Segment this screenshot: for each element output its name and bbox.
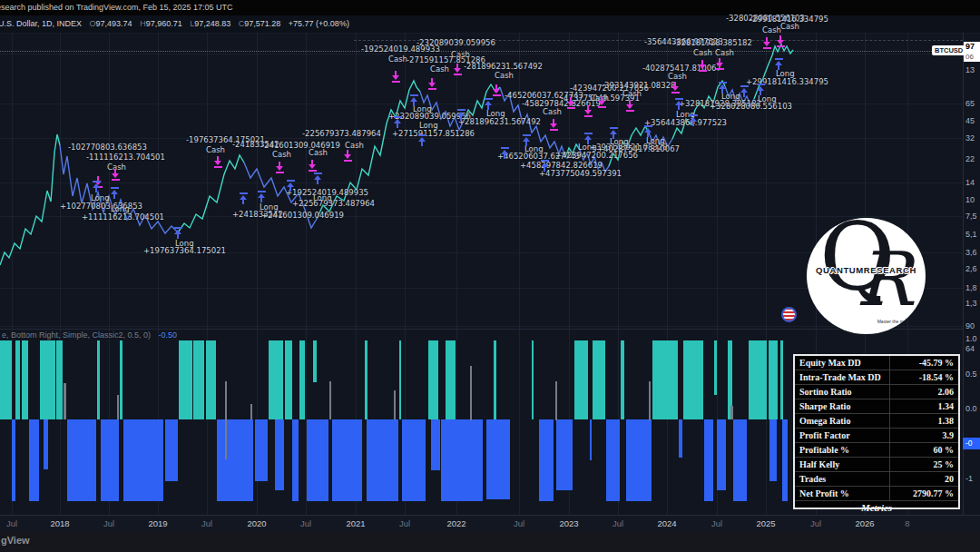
cash-position-bar bbox=[782, 419, 788, 501]
low-value: 97,248.83 bbox=[194, 19, 230, 28]
flag-badge-icon bbox=[781, 307, 797, 322]
cash-position-bar bbox=[255, 419, 268, 481]
cash-position-bar bbox=[292, 419, 299, 501]
cash-sell-arrow-icon bbox=[213, 156, 222, 168]
trade-value-label: +241601309.046919 bbox=[261, 212, 344, 220]
time-axis[interactable]: Jul2018Jul2019Jul2020Jul2021Jul2022Jul20… bbox=[0, 515, 980, 533]
long-position-bar bbox=[769, 340, 778, 419]
long-buy-arrow-icon bbox=[484, 98, 493, 110]
long-buy-arrow-icon bbox=[313, 172, 322, 184]
long-position-bar bbox=[97, 340, 100, 419]
metrics-row: Sharpe Ratio1.34 bbox=[795, 399, 958, 414]
time-axis-label: 2024 bbox=[657, 518, 676, 528]
long-buy-arrow-icon bbox=[689, 114, 698, 126]
trade-value-label: -111116213.704501 bbox=[86, 153, 165, 162]
time-axis-label: Jul bbox=[6, 518, 17, 528]
trade-value-label: +328028080.556103 bbox=[710, 103, 792, 111]
cash-sell-arrow-icon bbox=[492, 84, 501, 96]
cash-position-bar bbox=[769, 419, 777, 481]
time-axis-label: 2021 bbox=[346, 518, 365, 528]
cash-sell-arrow-icon bbox=[391, 71, 400, 83]
long-buy-arrow-icon bbox=[500, 147, 509, 159]
trade-value-label: +197637364.175021 bbox=[143, 247, 226, 255]
time-axis-label: 2022 bbox=[446, 518, 466, 528]
cash-position-bar bbox=[123, 419, 163, 501]
metrics-row: Half Kelly25 % bbox=[795, 458, 958, 472]
metrics-row: Equity Max DD-45.79 % bbox=[795, 356, 958, 370]
metrics-rows: Equity Max DD-45.79 %Intra-Trade Max DD-… bbox=[795, 356, 958, 501]
long-buy-arrow-icon bbox=[393, 116, 402, 128]
metric-label: Trades bbox=[795, 472, 890, 486]
price-axis-border bbox=[963, 33, 964, 532]
metric-value: 3.9 bbox=[890, 429, 958, 442]
cash-sell-arrow-icon bbox=[698, 60, 707, 72]
cash-sell-arrow-icon bbox=[308, 160, 317, 172]
publish-text: esearch published on TradingView.com, Fe… bbox=[0, 0, 233, 15]
long-buy-arrow-icon bbox=[92, 181, 101, 192]
high-value: 97,960.71 bbox=[146, 19, 182, 28]
close-value: 97,571.28 bbox=[244, 19, 280, 28]
metrics-row: Omega Ratio1.38 bbox=[795, 414, 958, 429]
metrics-row: Sortino Ratio2.06 bbox=[795, 385, 958, 399]
neutral-bar bbox=[329, 381, 331, 419]
cash-sell-arrow-icon bbox=[427, 78, 436, 90]
trade-value-label: +271591157.851286 bbox=[392, 130, 475, 138]
symbol-description: U.S. Dollar, 1D, INDEX bbox=[0, 19, 82, 28]
long-position-bar bbox=[574, 340, 588, 419]
time-axis-label: Jul bbox=[514, 518, 524, 528]
cash-signal-label: Cash bbox=[206, 146, 225, 154]
metric-label: Omega Ratio bbox=[795, 414, 890, 428]
indicator-header[interactable]: e, Bottom Right, Simple, Classic2, 0.5, … bbox=[2, 330, 177, 340]
time-axis-label: 2026 bbox=[855, 518, 874, 528]
trade-value-label: -328181928.385182 bbox=[673, 39, 752, 47]
long-buy-arrow-icon bbox=[740, 85, 749, 97]
long-position-bar bbox=[299, 340, 305, 419]
time-axis-label: 8 bbox=[905, 518, 909, 528]
metrics-row: Profitable %60 % bbox=[795, 443, 958, 458]
time-axis-label: 2019 bbox=[148, 518, 167, 528]
trade-value-label: -102770803.636853 bbox=[68, 143, 147, 152]
long-buy-arrow-icon bbox=[583, 133, 593, 144]
symbol-price-tag: BTCUSD bbox=[932, 45, 965, 55]
long-position-bar bbox=[313, 340, 317, 382]
long-position-bar bbox=[15, 340, 20, 419]
long-buy-arrow-icon bbox=[756, 84, 765, 95]
cash-position-bar bbox=[539, 419, 554, 501]
chart-area[interactable]: 18136545322214107,55,13,62,61,81,390641.… bbox=[0, 33, 980, 532]
cash-sell-arrow-icon bbox=[597, 96, 606, 108]
neutral-bar bbox=[250, 404, 252, 419]
cash-signal-label: Cash bbox=[693, 49, 712, 57]
long-buy-arrow-icon bbox=[409, 94, 418, 106]
cash-position-bar bbox=[733, 419, 747, 501]
cash-position-bar bbox=[12, 419, 15, 501]
current-price-box: 97 06 bbox=[964, 42, 980, 62]
cash-position-bar bbox=[717, 419, 726, 490]
cash-sell-arrow-icon bbox=[566, 97, 575, 109]
metrics-row: Trades20 bbox=[795, 472, 958, 487]
long-buy-arrow-icon bbox=[643, 125, 652, 137]
cash-signal-label: Cash bbox=[780, 23, 799, 31]
cash-position-bar bbox=[44, 419, 48, 469]
metric-label: Profit Factor bbox=[795, 429, 890, 442]
price-line-segment-up bbox=[0, 134, 60, 265]
long-signal-label: Long bbox=[646, 137, 665, 145]
metric-label: Sharpe Ratio bbox=[795, 399, 890, 413]
time-axis-label: Jul bbox=[300, 518, 311, 528]
trade-value-label: +111116213.704501 bbox=[82, 213, 164, 222]
long-buy-arrow-icon bbox=[417, 134, 426, 146]
long-position-bar bbox=[621, 340, 624, 419]
long-position-bar bbox=[179, 340, 192, 419]
metrics-row: Intra-Trade Max DD-18.54 % bbox=[795, 370, 958, 385]
long-position-bar bbox=[206, 340, 216, 419]
time-axis-label: 2025 bbox=[756, 518, 775, 528]
long-position-bar bbox=[714, 340, 717, 395]
cash-signal-label: Cash bbox=[272, 151, 291, 159]
symbol-ohlc-bar[interactable]: U.S. Dollar, 1D, INDEX O97,493.74 H97,96… bbox=[0, 15, 980, 34]
time-axis-label: 2018 bbox=[50, 518, 69, 528]
long-buy-arrow-icon bbox=[257, 191, 266, 202]
trade-value-label: -281896231.567492 bbox=[464, 63, 543, 71]
quantumresearch-logo: Q R QUANTUMRESEARCH Master the market bbox=[807, 218, 926, 334]
long-buy-arrow-icon bbox=[110, 187, 119, 199]
long-position-bar bbox=[40, 340, 55, 419]
cash-sell-arrow-icon bbox=[762, 37, 771, 49]
